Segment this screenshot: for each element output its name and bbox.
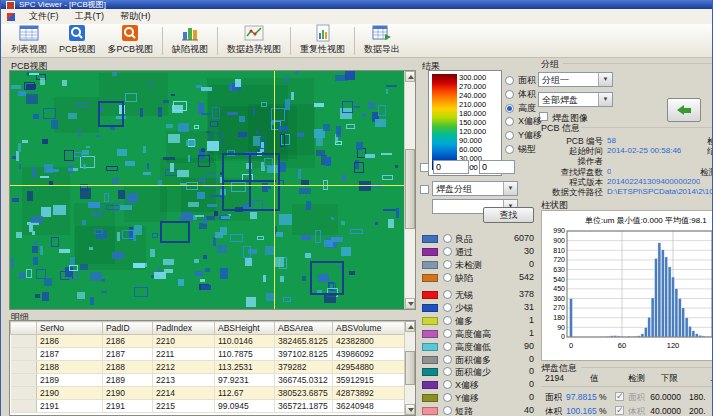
status-row[interactable]: 短路40 (420, 405, 536, 416)
row-selector-cell[interactable] (11, 400, 37, 413)
pcb-view-canvas[interactable] (9, 70, 416, 310)
table-cell[interactable]: 2212 (153, 361, 215, 374)
table-cell[interactable]: 2188 (37, 361, 103, 374)
table-cell[interactable]: 99.0945 (215, 400, 275, 413)
pad-group-dropdown[interactable]: 焊盘分组 (432, 181, 518, 196)
radio-icon[interactable] (443, 303, 452, 312)
column-header[interactable]: ABSHeight (215, 322, 275, 335)
detail-table-scrollbar[interactable] (404, 321, 415, 415)
radio-icon[interactable] (443, 273, 452, 282)
back-arrow-button[interactable] (667, 98, 701, 122)
table-cell[interactable]: 2190 (103, 387, 153, 400)
radio-icon[interactable] (505, 117, 514, 126)
scroll-up-button[interactable] (405, 321, 415, 332)
table-cell[interactable]: 2187 (103, 348, 153, 361)
range-from-input[interactable] (433, 160, 469, 174)
repeatability-view-button[interactable]: 重复性视图 (295, 24, 350, 57)
table-cell[interactable]: 2210 (153, 335, 215, 348)
pcb-view-button[interactable]: PCB视图 (54, 24, 101, 57)
table-row[interactable]: 21912191221599.0945365721.187536240948 (11, 400, 407, 413)
radio-icon[interactable] (443, 342, 452, 351)
table-cell[interactable]: 42382800 (333, 335, 407, 348)
table-cell[interactable]: 42954880 (333, 361, 407, 374)
group-select-dropdown[interactable]: 分组一 (538, 72, 613, 87)
table-cell[interactable]: 2186 (103, 335, 153, 348)
radio-icon[interactable] (505, 131, 514, 140)
scrollbar-thumb[interactable] (405, 149, 415, 229)
scrollbar-thumb[interactable] (405, 351, 415, 385)
table-cell[interactable]: 2190 (37, 387, 103, 400)
table-cell[interactable]: 2191 (103, 400, 153, 413)
status-row[interactable]: 高度偏高1 (420, 328, 536, 340)
status-row[interactable]: 高度偏低90 (420, 341, 536, 353)
radio-icon[interactable] (443, 316, 452, 325)
search-button[interactable]: 查找 (483, 207, 534, 223)
radio-icon[interactable] (443, 260, 452, 269)
table-cell[interactable]: 382465.8125 (275, 335, 333, 348)
metric-radio-6[interactable]: 锡型 (505, 143, 536, 156)
column-header[interactable]: SerNo (37, 322, 103, 335)
radio-icon[interactable] (505, 90, 514, 99)
row-selector-cell[interactable] (11, 348, 37, 361)
status-row[interactable]: 未检测0 (420, 259, 536, 271)
status-row[interactable]: X偏移0 (420, 379, 536, 391)
pcb-image[interactable] (10, 71, 404, 309)
table-cell[interactable]: 110.7875 (215, 348, 275, 361)
row-selector-cell[interactable] (11, 374, 37, 387)
table-cell[interactable]: 112.67 (215, 387, 275, 400)
table-cell[interactable]: 366745.0312 (275, 374, 333, 387)
table-row[interactable]: 218621862210110.0146382465.812542382800 (11, 335, 407, 348)
status-row[interactable]: Y偏移0 (420, 392, 536, 404)
pad-info-check-checkbox[interactable] (615, 406, 624, 415)
menu-item[interactable]: 帮助(H) (112, 10, 159, 22)
pad-info-check-checkbox[interactable] (615, 392, 624, 401)
table-cell[interactable]: 2211 (153, 348, 215, 361)
table-cell[interactable]: 397102.8125 (275, 348, 333, 361)
multi-pcb-view-button[interactable]: 多PCB视图 (103, 24, 159, 57)
status-row[interactable]: 面积偏少0 (420, 366, 536, 378)
status-row[interactable]: 通过30 (420, 246, 536, 258)
column-header[interactable]: PadID (103, 322, 153, 335)
pad-group-checkbox[interactable] (420, 185, 429, 194)
table-cell[interactable]: 2213 (153, 374, 215, 387)
metric-radio-3[interactable]: 高度 (505, 102, 536, 115)
metric-radio-2[interactable]: 体积 (505, 88, 536, 101)
radio-icon[interactable] (443, 290, 452, 299)
scroll-down-button[interactable] (405, 298, 415, 309)
table-cell[interactable]: 36240948 (333, 400, 407, 413)
status-row[interactable]: 少锡31 (420, 302, 536, 314)
table-cell[interactable]: 2215 (153, 400, 215, 413)
all-pads-dropdown[interactable]: 全部焊盘 (538, 92, 613, 107)
radio-selected-icon[interactable] (505, 104, 514, 113)
radio-icon[interactable] (443, 355, 452, 364)
status-row[interactable]: 缺陷542 (420, 272, 536, 284)
table-cell[interactable]: 43986092 (333, 348, 407, 361)
column-header[interactable]: ABSVolume (333, 322, 407, 335)
table-cell[interactable]: 110.0146 (215, 335, 275, 348)
status-row[interactable]: 无锡378 (420, 289, 536, 301)
scroll-down-button[interactable] (405, 404, 415, 415)
table-cell[interactable]: 42873892 (333, 387, 407, 400)
column-header[interactable]: PadIndex (153, 322, 215, 335)
table-cell[interactable]: 2214 (153, 387, 215, 400)
table-cell[interactable]: 379282 (275, 361, 333, 374)
metric-radio-4[interactable]: X偏移 (505, 115, 542, 128)
table-cell[interactable]: 2189 (37, 374, 103, 387)
table-cell[interactable]: 2188 (103, 361, 153, 374)
data-export-button[interactable]: 数据导出 (359, 24, 405, 57)
column-header[interactable]: ABSArea (275, 322, 333, 335)
title-bar[interactable]: SPC Viewer - [PCB视图] (1, 0, 713, 9)
defect-view-button[interactable]: 缺陷视图 (167, 24, 213, 57)
metric-radio-5[interactable]: Y偏移 (505, 129, 542, 142)
table-cell[interactable]: 2186 (37, 335, 103, 348)
table-cell[interactable]: 365721.1875 (275, 400, 333, 413)
range-filter-checkbox[interactable] (420, 163, 429, 172)
radio-icon[interactable] (443, 367, 452, 376)
table-row[interactable]: 218721872211110.7875397102.812543986092 (11, 348, 407, 361)
table-cell[interactable]: 380523.6875 (275, 387, 333, 400)
radio-icon[interactable] (443, 329, 452, 338)
status-row[interactable]: 偏多1 (420, 315, 536, 327)
table-row[interactable]: 218821882212113.253137928242954880 (11, 361, 407, 374)
range-to-input[interactable] (479, 160, 515, 174)
table-cell[interactable]: 35912915 (333, 374, 407, 387)
